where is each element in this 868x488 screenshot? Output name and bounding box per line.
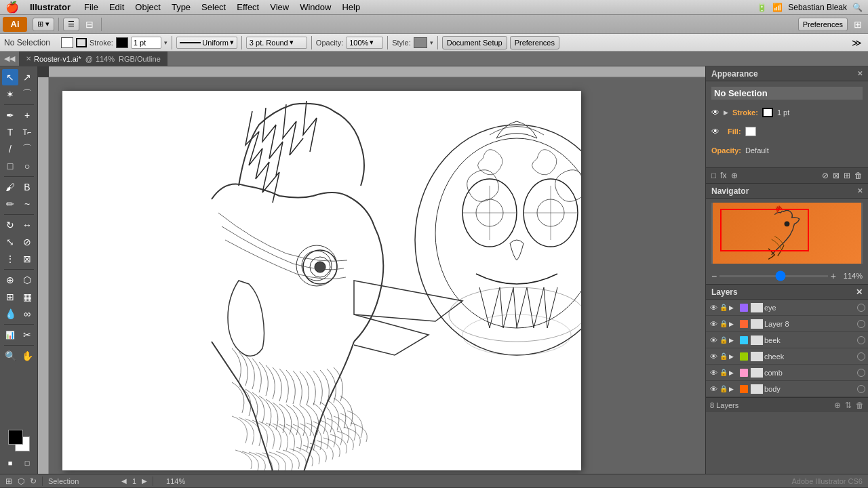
menu-select[interactable]: Select	[196, 0, 231, 15]
stroke-cap-dropdown[interactable]: 3 pt. Round ▾	[246, 37, 307, 49]
appearance-fill-swatch[interactable]	[745, 127, 756, 136]
blob-brush-tool[interactable]: B	[19, 179, 35, 195]
layer-circle-comb[interactable]	[857, 369, 865, 377]
chart-tool[interactable]: 📊	[2, 327, 18, 343]
layer-eye-visibility-beek[interactable]: 👁	[709, 336, 718, 344]
layer-item-layer8[interactable]: 👁 🔒 ▶ Layer 8	[706, 316, 868, 332]
appearance-fx-icon[interactable]: fx	[720, 171, 726, 180]
magic-wand-tool[interactable]: ✶	[2, 86, 18, 102]
brush-style-dropdown[interactable]: Uniform ▾	[176, 37, 237, 49]
appearance-stroke-expand[interactable]: ▶	[724, 109, 728, 116]
layer-circle-eye[interactable]	[857, 304, 865, 312]
menu-help[interactable]: Help	[336, 0, 366, 15]
menu-object[interactable]: Object	[130, 0, 166, 15]
layer-item-beek[interactable]: 👁 🔒 ▶ beek	[706, 332, 868, 348]
menu-edit[interactable]: Edit	[104, 0, 130, 15]
foreground-color[interactable]	[8, 430, 23, 445]
slice-tool[interactable]: ✂	[19, 327, 35, 343]
direct-selection-tool[interactable]: ↗	[19, 69, 35, 85]
document-setup-button[interactable]: Document Setup	[442, 36, 507, 49]
stroke-color-swatch[interactable]	[116, 37, 128, 48]
layer-item-cheek[interactable]: 👁 🔒 ▶ cheek	[706, 348, 868, 365]
menu-window[interactable]: Window	[294, 0, 336, 15]
add-anchor-tool[interactable]: +	[19, 107, 35, 123]
appearance-add-icon[interactable]: ⊕	[731, 171, 738, 180]
layers-panel-close[interactable]: ✕	[856, 287, 863, 297]
appearance-trash-icon[interactable]: 🗑	[854, 171, 863, 180]
options-extra[interactable]: ≫	[849, 36, 864, 49]
stroke-width-input[interactable]	[131, 37, 161, 49]
fill-swatch[interactable]	[61, 37, 73, 48]
canvas-scroll-area[interactable]	[49, 77, 705, 474]
pen-tool[interactable]: ✒	[2, 107, 18, 123]
shear-tool[interactable]: ⊘	[19, 234, 35, 250]
mesh-tool[interactable]: ⊞	[2, 289, 18, 305]
shape-builder-tool[interactable]: ⊕	[2, 272, 18, 288]
preferences-button[interactable]: Preferences	[798, 18, 848, 31]
apple-menu[interactable]: 🍎	[5, 1, 19, 14]
user-name[interactable]: Sebastian Bleak	[788, 3, 847, 12]
eyedropper-tool[interactable]: 💧	[2, 306, 18, 322]
preferences-btn-options[interactable]: Preferences	[510, 36, 559, 49]
selection-tool[interactable]: ↖	[2, 69, 18, 85]
workspace-switcher[interactable]: ⊞	[850, 18, 865, 31]
paintbrush-tool[interactable]: 🖌	[2, 179, 18, 195]
layer-eye-visibility-cheek[interactable]: 👁	[709, 352, 718, 361]
layer-lock-comb[interactable]: 🔒	[719, 369, 728, 376]
free-transform-tool[interactable]: ⊠	[19, 251, 35, 267]
navigator-panel-close[interactable]: ✕	[857, 187, 863, 195]
layer-eye-visibility-layer8[interactable]: 👁	[709, 320, 718, 328]
layer-item-body[interactable]: 👁 🔒 ▶ body	[706, 381, 868, 397]
stroke-indicator[interactable]: □	[19, 455, 35, 471]
layer-expand-layer8[interactable]: ▶	[729, 321, 737, 327]
layer-circle-beek[interactable]	[857, 336, 865, 344]
arrange-grid-button[interactable]: ⊟	[82, 18, 97, 31]
ellipse-tool[interactable]: ○	[19, 158, 35, 174]
layers-new-layer-btn[interactable]: ⊕	[834, 401, 841, 410]
layer-eye-visibility-comb[interactable]: 👁	[709, 369, 718, 377]
pencil-tool[interactable]: ✏	[2, 196, 18, 212]
layer-lock-body[interactable]: 🔒	[719, 385, 728, 392]
blend-tool[interactable]: ∞	[19, 306, 35, 322]
navigator-thumbnail[interactable]	[713, 203, 861, 264]
layer-item-eye[interactable]: 👁 🔒 ▶ eye	[706, 300, 868, 316]
stroke-width-chevron[interactable]: ▾	[164, 39, 167, 46]
navigator-zoom-in-btn[interactable]: +	[831, 270, 836, 281]
layer-eye-visibility-body[interactable]: 👁	[709, 385, 718, 393]
layers-delete-btn[interactable]: 🗑	[856, 401, 864, 410]
lasso-tool[interactable]: ⌒	[19, 86, 35, 102]
arrange-button[interactable]: ⊞ ▾	[33, 18, 54, 31]
layer-eye-visibility-eye[interactable]: 👁	[709, 304, 718, 312]
menu-type[interactable]: Type	[166, 0, 196, 15]
arc-tool[interactable]: ⌒	[19, 141, 35, 157]
perspective-grid-tool[interactable]: ⬡	[19, 272, 35, 288]
layer-expand-body[interactable]: ▶	[729, 386, 737, 392]
fill-indicator[interactable]: ■	[2, 455, 18, 471]
style-swatch[interactable]	[414, 37, 427, 48]
appearance-stroke-swatch[interactable]	[762, 108, 773, 117]
navigator-viewport-box[interactable]	[720, 209, 809, 251]
appearance-clear-icon[interactable]: ⊘	[822, 171, 829, 180]
layer-item-comb[interactable]: 👁 🔒 ▶ comb	[706, 365, 868, 381]
gradient-tool[interactable]: ▦	[19, 289, 35, 305]
tab-close-btn[interactable]: ✕	[26, 55, 31, 62]
layer-circle-layer8[interactable]	[857, 320, 865, 328]
reflect-tool[interactable]: ↔	[19, 217, 35, 233]
navigator-zoom-out-btn[interactable]: −	[711, 270, 717, 281]
workspace-button[interactable]: ☰	[63, 18, 79, 31]
layer-expand-comb[interactable]: ▶	[729, 369, 737, 376]
layer-lock-eye[interactable]: 🔒	[719, 304, 728, 311]
collapse-panels-btn[interactable]: ◀◀	[0, 54, 19, 63]
document-tab[interactable]: ✕ Rooster-v1.ai* @ 114% RGB/Outline	[19, 52, 167, 66]
smooth-tool[interactable]: ~	[19, 196, 35, 212]
search-icon[interactable]: 🔍	[852, 3, 863, 12]
scale-tool[interactable]: ⤡	[2, 234, 18, 250]
layer-lock-layer8[interactable]: 🔒	[719, 320, 728, 327]
hand-tool[interactable]: ✋	[19, 348, 35, 364]
style-chevron[interactable]: ▾	[430, 39, 433, 46]
opacity-dropdown[interactable]: 100% ▾	[346, 37, 383, 49]
artboard[interactable]	[62, 91, 581, 470]
line-tool[interactable]: /	[2, 141, 18, 157]
layer-expand-cheek[interactable]: ▶	[729, 353, 737, 360]
menu-effect[interactable]: Effect	[231, 0, 264, 15]
